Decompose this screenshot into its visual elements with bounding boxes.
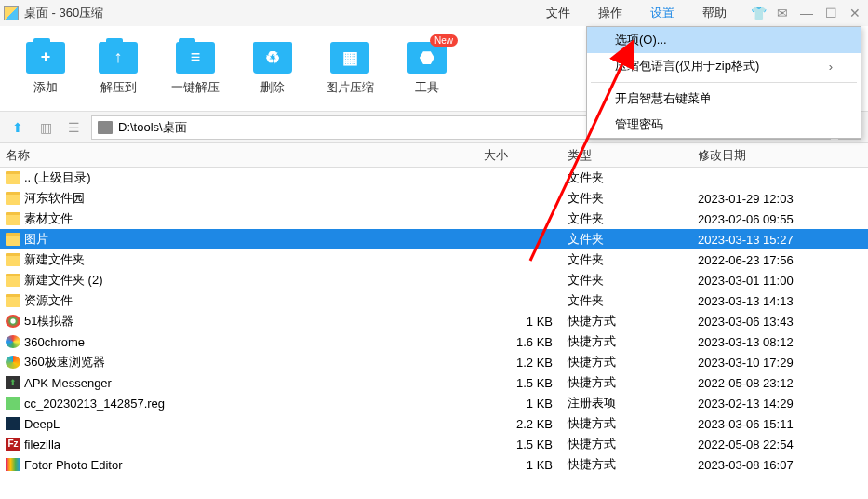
dropdown-zip-lang[interactable]: 压缩包语言(仅用于zip格式) › <box>587 53 861 79</box>
menu-settings[interactable]: 设置 <box>645 1 680 25</box>
file-row[interactable]: 51模拟器1 KB快捷方式2023-03-06 13:43 <box>0 311 868 331</box>
maximize-button[interactable]: ☐ <box>821 6 840 20</box>
file-row[interactable]: Fotor Photo Editor1 KB快捷方式2023-03-08 16:… <box>0 454 868 475</box>
file-row[interactable]: 新建文件夹文件夹2022-06-23 17:56 <box>0 250 868 270</box>
folder-icon <box>6 171 20 184</box>
cell-date: 2022-05-08 23:12 <box>698 376 868 390</box>
col-type[interactable]: 类型 <box>568 147 698 164</box>
file-row[interactable]: 资源文件文件夹2023-03-13 14:13 <box>0 290 868 311</box>
cell-type: 快捷方式 <box>568 436 698 452</box>
drive-icon <box>98 121 113 134</box>
file-row[interactable]: .. (上级目录)文件夹 <box>0 168 868 188</box>
cell-name: ⬆APK Messenger <box>0 376 484 390</box>
delete-button[interactable]: ♻ 删除 <box>253 42 292 96</box>
dropdown-separator <box>591 82 857 83</box>
one-click-button[interactable]: ≡ 一键解压 <box>171 42 220 96</box>
file-row[interactable]: 河东软件园文件夹2023-01-29 12:03 <box>0 188 868 209</box>
add-button[interactable]: + 添加 <box>26 42 65 96</box>
file-list: .. (上级目录)文件夹河东软件园文件夹2023-01-29 12:03素材文件… <box>0 168 868 475</box>
image-compress-button[interactable]: ▦ 图片压缩 <box>326 42 374 96</box>
delete-label: 删除 <box>260 79 285 96</box>
settings-dropdown: 选项(O)... 压缩包语言(仅用于zip格式) › 开启智慧右键菜单 管理密码 <box>586 26 861 139</box>
fz-icon: Fz <box>6 438 20 451</box>
cell-type: 文件夹 <box>568 169 698 186</box>
cell-name: 资源文件 <box>0 292 484 309</box>
file-row[interactable]: ⬆APK Messenger1.5 KB快捷方式2022-05-08 23:12 <box>0 372 868 393</box>
cell-type: 文件夹 <box>568 231 698 248</box>
cell-size: 2.2 KB <box>484 417 568 431</box>
file-row[interactable]: Fzfilezilla1.5 KB快捷方式2022-05-08 22:54 <box>0 434 868 454</box>
file-row[interactable]: DeepL2.2 KB快捷方式2023-03-06 15:11 <box>0 413 868 434</box>
cell-name: 新建文件夹 <box>0 251 484 268</box>
close-button[interactable]: ✕ <box>846 6 864 20</box>
file-name: filezilla <box>24 438 60 452</box>
file-name: 河东软件园 <box>24 190 85 207</box>
extract-to-button[interactable]: ↑ 解压到 <box>99 42 138 96</box>
cell-date: 2023-03-13 14:13 <box>698 294 868 308</box>
cell-type: 快捷方式 <box>568 333 698 350</box>
cell-name: 51模拟器 <box>0 313 484 330</box>
feedback-icon[interactable]: ✉ <box>773 6 792 20</box>
folder-icon <box>6 274 20 287</box>
window-title: 桌面 - 360压缩 <box>24 5 103 21</box>
dropdown-manage-pwd[interactable]: 管理密码 <box>587 112 861 138</box>
cell-name: 新建文件夹 (2) <box>0 272 484 289</box>
file-row[interactable]: 新建文件夹 (2)文件夹2023-03-01 11:00 <box>0 270 868 290</box>
file-row[interactable]: cc_20230213_142857.reg1 KB注册表项2023-02-13… <box>0 393 868 413</box>
cell-date: 2023-02-13 14:29 <box>698 397 868 411</box>
tools-icon: ⬣ <box>407 42 447 74</box>
shirt-icon[interactable]: 👕 <box>749 6 768 20</box>
cell-type: 文件夹 <box>568 251 698 268</box>
folder-icon <box>6 294 20 307</box>
file-name: 360极速浏览器 <box>24 354 105 371</box>
cell-date: 2023-03-01 11:00 <box>698 274 868 288</box>
cell-date: 2023-01-29 12:03 <box>698 192 868 206</box>
folder-icon <box>6 253 20 266</box>
titlebar: 桌面 - 360压缩 文件 操作 设置 帮助 👕 ✉ — ☐ ✕ <box>0 0 868 26</box>
cell-name: 河东软件园 <box>0 190 484 207</box>
tools-label: 工具 <box>415 79 439 96</box>
apk-icon: ⬆ <box>6 376 20 389</box>
cell-date: 2023-03-08 16:07 <box>698 458 868 472</box>
col-size[interactable]: 大小 <box>484 147 568 164</box>
cell-size: 1.6 KB <box>484 335 568 349</box>
cell-date: 2023-03-06 15:11 <box>698 417 868 431</box>
view-tree-button[interactable]: ▥ <box>35 117 56 138</box>
reg-icon <box>6 397 20 410</box>
file-row[interactable]: 素材文件文件夹2023-02-06 09:55 <box>0 209 868 229</box>
dropdown-options[interactable]: 选项(O)... <box>587 27 861 53</box>
menu-file[interactable]: 文件 <box>541 1 576 25</box>
dropdown-zip-lang-label: 压缩包语言(仅用于zip格式) <box>615 58 759 74</box>
oneclick-icon: ≡ <box>176 42 215 74</box>
cell-name: Fotor Photo Editor <box>0 458 484 472</box>
dropdown-options-label: 选项(O)... <box>615 32 667 48</box>
file-row[interactable]: 图片文件夹2023-03-13 15:27 <box>0 229 868 250</box>
col-name[interactable]: 名称 <box>0 147 484 164</box>
file-name: APK Messenger <box>24 376 112 390</box>
file-name: 360chrome <box>24 335 85 349</box>
menu-help[interactable]: 帮助 <box>697 1 732 25</box>
col-date[interactable]: 修改日期 <box>698 147 868 164</box>
trash-icon: ♻ <box>253 42 292 74</box>
dropdown-smart-menu[interactable]: 开启智慧右键菜单 <box>587 86 861 112</box>
file-name: 素材文件 <box>24 210 73 227</box>
cell-type: 快捷方式 <box>568 415 698 432</box>
extract-label: 解压到 <box>100 79 137 96</box>
fotor-icon <box>6 458 20 471</box>
folder-icon <box>6 192 20 205</box>
view-list-button[interactable]: ☰ <box>63 117 84 138</box>
tools-button[interactable]: New ⬣ 工具 <box>407 42 447 96</box>
cell-type: 快捷方式 <box>568 354 698 371</box>
cell-type: 快捷方式 <box>568 313 698 330</box>
file-row[interactable]: 360极速浏览器1.2 KB快捷方式2023-03-10 17:29 <box>0 352 868 372</box>
file-name: 51模拟器 <box>24 313 73 330</box>
file-name: .. (上级目录) <box>24 169 91 186</box>
new-badge: New <box>430 34 458 47</box>
file-row[interactable]: 360chrome1.6 KB快捷方式2023-03-13 08:12 <box>0 331 868 352</box>
menu-operate[interactable]: 操作 <box>593 1 628 25</box>
minimize-button[interactable]: — <box>797 6 816 20</box>
up-button[interactable]: ⬆ <box>7 117 28 138</box>
dropdown-smart-label: 开启智慧右键菜单 <box>615 90 712 107</box>
chevron-right-icon: › <box>829 60 833 74</box>
cell-size: 1 KB <box>484 458 568 472</box>
